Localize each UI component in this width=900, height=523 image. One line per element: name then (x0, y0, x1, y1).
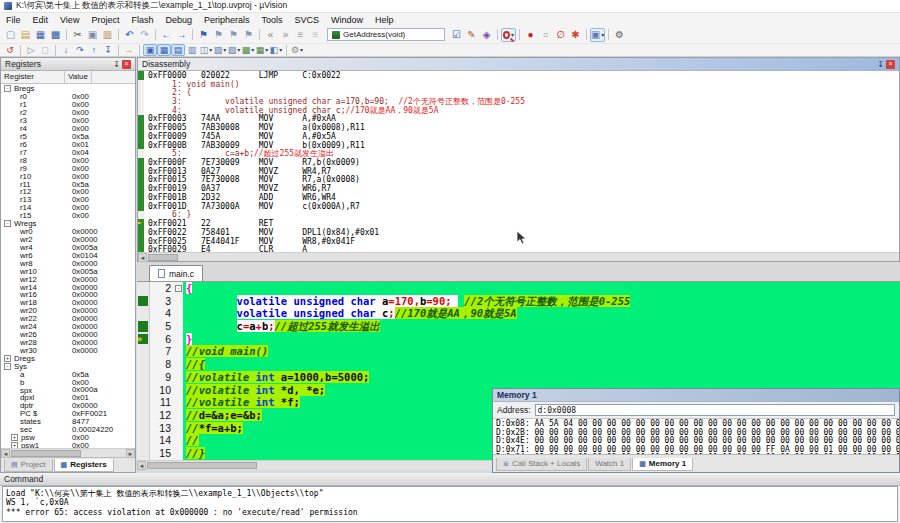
disassembly-gutter[interactable]: ► (138, 219, 144, 228)
disassembly-gutter[interactable] (138, 193, 144, 202)
indent-icon[interactable]: » (278, 28, 293, 42)
editor-margin[interactable] (137, 371, 150, 384)
close-icon[interactable]: × (122, 60, 131, 69)
menu-tools[interactable]: Tools (255, 15, 288, 25)
navigate-back-icon[interactable]: ← (159, 28, 174, 42)
registers-window-icon[interactable]: ▥ (185, 44, 199, 56)
memory-hex-view[interactable]: D:0x08: AA 5A 04 00 00 00 00 00 00 00 00… (493, 419, 899, 454)
memory-window-icon[interactable]: ▦▾ (255, 44, 269, 56)
disassembly-gutter[interactable] (138, 158, 144, 167)
run-icon[interactable]: ▷ (24, 44, 38, 56)
save-all-icon[interactable]: ▩ (48, 28, 63, 42)
editor-margin[interactable] (137, 422, 150, 435)
find-in-files-icon[interactable]: ▾ (501, 28, 516, 42)
editor-margin[interactable] (137, 358, 150, 371)
run-to-line-icon[interactable]: ↧ (101, 44, 115, 56)
editor-margin[interactable] (137, 384, 150, 397)
pin-icon[interactable]: ↧ (877, 60, 884, 69)
menu-project[interactable]: Project (85, 15, 125, 25)
scroll-thumb[interactable] (11, 450, 81, 457)
menu-edit[interactable]: Edit (27, 15, 55, 25)
fold-collapse-icon[interactable]: - (175, 285, 182, 292)
tree-expander-icon[interactable]: + (4, 355, 11, 362)
pin-icon[interactable]: ↧ (113, 60, 120, 69)
step-into-icon[interactable]: ↓ (59, 44, 73, 56)
editor-margin[interactable] (137, 345, 150, 358)
breakpoint-icon[interactable]: ● (523, 28, 538, 42)
disassembly-gutter[interactable] (138, 167, 144, 176)
paste-icon[interactable]: ▥ (100, 28, 115, 42)
window-layout-icon[interactable]: ▣▾ (590, 28, 605, 42)
editor-margin[interactable] (137, 447, 150, 460)
disassembly-gutter[interactable] (138, 202, 144, 211)
copy-icon[interactable]: ▣ (85, 28, 100, 42)
command-window-icon[interactable]: ▣ (143, 44, 157, 56)
memory-tab-watch-1[interactable]: Watch 1 (588, 458, 631, 471)
menu-file[interactable]: File (0, 15, 27, 25)
bookmark-toggle-icon[interactable]: ⚑ (196, 28, 211, 42)
editor-margin[interactable] (137, 295, 150, 308)
configure-icon[interactable]: ⚙ (612, 28, 627, 42)
close-icon[interactable]: × (886, 60, 895, 69)
editor-margin[interactable] (137, 409, 150, 422)
disassembly-window-icon[interactable]: ▦ (157, 44, 171, 56)
get-address-combo[interactable]: GetAddress(void) (327, 28, 445, 41)
disassembly-gutter[interactable] (138, 141, 144, 150)
disassembly-gutter[interactable] (138, 149, 144, 158)
redo-icon[interactable]: ↷ (137, 28, 152, 42)
uncomment-icon[interactable]: ≡ (308, 28, 323, 42)
analysis-window-icon[interactable]: ▨▾ (213, 44, 227, 56)
editor-margin[interactable] (137, 320, 150, 333)
tab-main-c[interactable]: main.c (149, 265, 203, 281)
navigate-forward-icon[interactable]: → (174, 28, 189, 42)
trace-window-icon[interactable]: ▧▾ (227, 44, 241, 56)
memory-tab-memory-1[interactable]: ▦Memory 1 (632, 458, 693, 471)
cut-icon[interactable]: ✂ (70, 28, 85, 42)
watch-window-icon[interactable]: ◧▾ (269, 44, 283, 56)
disassembly-gutter[interactable] (138, 80, 144, 89)
system-viewer-icon[interactable]: ▩▾ (241, 44, 255, 56)
editor-margin[interactable]: » (137, 333, 150, 346)
tree-expander-icon[interactable]: - (4, 220, 11, 227)
scroll-left-icon[interactable]: ◄ (138, 253, 147, 262)
scroll-thumb[interactable] (148, 254, 178, 261)
tree-expander-icon[interactable]: - (4, 85, 11, 92)
editor-margin[interactable] (137, 307, 150, 320)
show-next-statement-icon[interactable]: → (122, 44, 136, 56)
menu-svcs[interactable]: SVCS (289, 15, 326, 25)
save-icon[interactable]: ▦ (33, 28, 48, 42)
edit-doc-icon[interactable]: ✎ (464, 28, 479, 42)
disassembly-gutter[interactable] (138, 245, 144, 252)
command-output[interactable]: Load "K:\\何宾\\第十集上 数值的表示和转换二\\example_1_… (2, 486, 898, 522)
tree-expander-icon[interactable]: + (11, 434, 18, 441)
bookmark-prev-icon[interactable]: ⚑ (211, 28, 226, 42)
memory-tab-call-stack-locals[interactable]: ≣Call Stack + Locals (496, 458, 587, 471)
breakpoint-enable-all-icon[interactable]: ✱ (568, 28, 583, 42)
tree-expander-icon[interactable]: - (4, 363, 11, 370)
serial-window-icon[interactable]: ◫▾ (199, 44, 213, 56)
step-over-icon[interactable]: ↷ (73, 44, 87, 56)
bookmark-clear-icon[interactable]: ⚑ (241, 28, 256, 42)
disassembly-gutter[interactable] (138, 115, 144, 124)
step-out-icon[interactable]: ↑ (87, 44, 101, 56)
menu-view[interactable]: View (54, 15, 85, 25)
editor-margin[interactable] (137, 396, 150, 409)
disassembly-gutter[interactable] (138, 123, 144, 132)
stop-icon[interactable]: ◻ (38, 44, 52, 56)
disassembly-hscrollbar[interactable]: ◄ (138, 252, 899, 261)
scroll-thumb[interactable] (147, 462, 257, 469)
editor-margin[interactable] (137, 282, 150, 295)
breakpoint-disable-icon[interactable]: ○ (538, 28, 553, 42)
toolbox-icon[interactable]: ⚙▾ (290, 44, 304, 56)
disassembly-gutter[interactable] (138, 71, 144, 80)
registers-tab-project[interactable]: ▤Project (4, 459, 53, 472)
menu-window[interactable]: Window (325, 15, 369, 25)
disassembly-gutter[interactable] (138, 132, 144, 141)
reset-icon[interactable]: ↺ (3, 44, 17, 56)
new-file-icon[interactable]: ▢ (3, 28, 18, 42)
disassembly-gutter[interactable] (138, 237, 144, 246)
editor-margin[interactable] (137, 434, 150, 447)
comment-icon[interactable]: ≡ (293, 28, 308, 42)
disassembly-gutter[interactable] (138, 228, 144, 237)
disassembly-gutter[interactable] (138, 106, 144, 115)
